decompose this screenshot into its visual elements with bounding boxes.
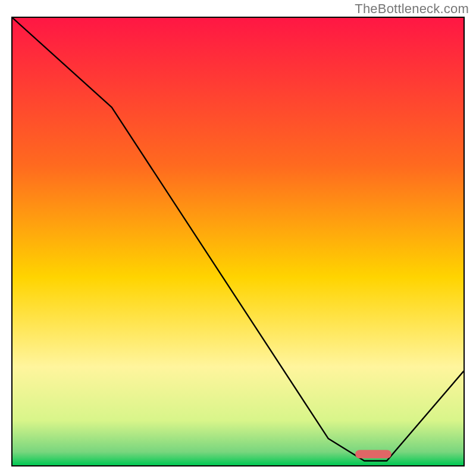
watermark-text: TheBottleneck.com <box>355 1 469 17</box>
optimal-range-marker <box>355 450 392 458</box>
plot-background <box>12 18 464 465</box>
plot-svg <box>12 18 464 465</box>
chart-container: TheBottleneck.com <box>0 0 476 476</box>
plot-frame <box>11 17 465 466</box>
